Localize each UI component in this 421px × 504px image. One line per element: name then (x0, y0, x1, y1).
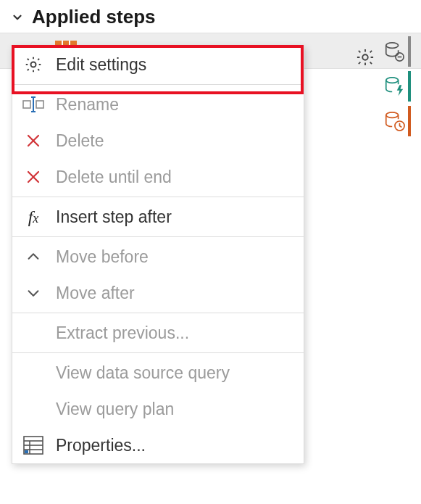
svg-point-5 (362, 54, 367, 59)
svg-rect-0 (55, 41, 77, 45)
menu-insert-step-after[interactable]: fx Insert step after (12, 199, 304, 235)
svg-point-9 (386, 78, 399, 83)
menu-label: Extract previous... (56, 323, 189, 343)
menu-separator (12, 236, 304, 237)
svg-marker-10 (397, 85, 403, 96)
menu-move-after: Move after (12, 275, 304, 311)
svg-rect-26 (25, 450, 28, 453)
menu-move-before: Move before (12, 239, 304, 275)
gear-icon[interactable] (350, 42, 380, 73)
svg-point-11 (386, 112, 399, 118)
menu-label: View query plan (56, 400, 174, 419)
delete-icon (22, 166, 44, 188)
database-clock-icon[interactable] (380, 106, 411, 136)
database-remove-icon[interactable] (380, 36, 411, 67)
menu-separator (12, 84, 304, 85)
svg-rect-14 (23, 101, 30, 108)
menu-label: Move after (56, 284, 135, 303)
properties-icon (22, 434, 44, 456)
chevron-down-icon (10, 10, 25, 25)
menu-delete: Delete (12, 123, 304, 159)
blank-icon (22, 398, 44, 420)
chevron-down-icon (22, 282, 44, 304)
svg-point-13 (31, 62, 36, 67)
tool-strip (378, 36, 414, 136)
menu-label: Rename (56, 95, 119, 115)
database-lightning-icon[interactable] (380, 71, 411, 102)
blank-icon (22, 322, 44, 344)
menu-edit-settings[interactable]: Edit settings (12, 46, 304, 83)
menu-separator (12, 313, 304, 313)
gear-icon (22, 54, 44, 75)
menu-properties[interactable]: Properties... (12, 427, 304, 463)
context-menu: Edit settings Rename Delete Delete until… (12, 46, 304, 464)
menu-label: Delete (56, 131, 104, 151)
rename-icon (22, 94, 44, 115)
menu-label: Insert step after (56, 207, 172, 227)
blank-icon (22, 362, 44, 384)
menu-extract-previous: Extract previous... (12, 315, 304, 351)
menu-label: Move before (56, 247, 149, 267)
menu-view-query-plan: View query plan (12, 391, 304, 427)
menu-delete-until-end: Delete until end (12, 159, 304, 195)
svg-point-6 (386, 43, 399, 49)
menu-label: Delete until end (56, 168, 172, 187)
delete-icon (22, 130, 44, 152)
section-title: Applied steps (32, 6, 155, 28)
fx-icon: fx (22, 206, 44, 228)
menu-separator (12, 352, 304, 353)
svg-rect-15 (36, 101, 43, 108)
menu-label: View data source query (56, 363, 230, 383)
menu-label: Edit settings (56, 55, 146, 75)
chevron-up-icon (22, 246, 44, 268)
applied-steps-header[interactable]: Applied steps (0, 0, 421, 33)
menu-rename: Rename (12, 86, 304, 123)
menu-separator (12, 197, 304, 197)
menu-label: Properties... (56, 436, 146, 455)
menu-view-data-source-query: View data source query (12, 355, 304, 391)
